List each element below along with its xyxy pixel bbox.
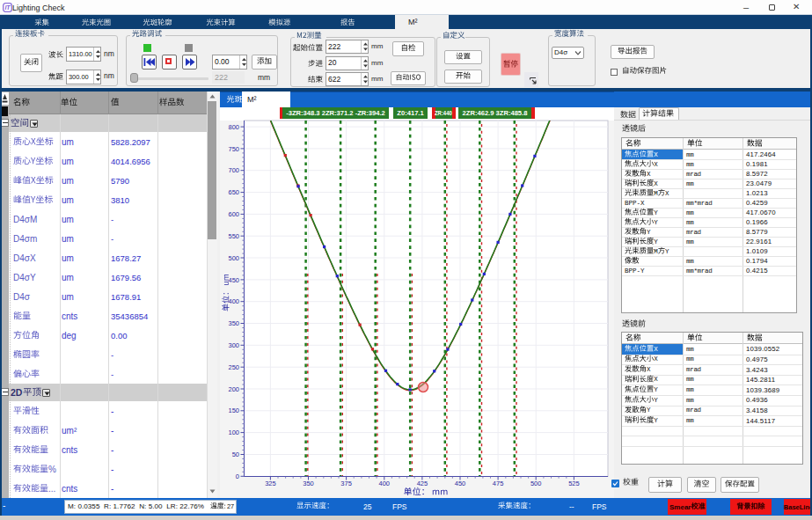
svg-text:300: 300 — [228, 341, 239, 349]
svg-text:500: 500 — [530, 480, 542, 487]
svg-text:350: 350 — [303, 480, 314, 487]
svg-text:500: 500 — [228, 254, 239, 262]
svg-text:325: 325 — [265, 480, 276, 487]
svg-text:600: 600 — [228, 210, 239, 218]
svg-text:400: 400 — [228, 297, 239, 305]
svg-text:150: 150 — [228, 406, 239, 414]
svg-text:450: 450 — [455, 480, 466, 487]
svg-text:50: 50 — [232, 450, 239, 458]
svg-text:525: 525 — [568, 480, 580, 487]
svg-text:400: 400 — [379, 480, 391, 487]
svg-text:lT: lT — [4, 4, 11, 11]
svg-text:800: 800 — [228, 123, 239, 131]
svg-text:475: 475 — [493, 480, 504, 487]
svg-text:425: 425 — [417, 480, 428, 487]
svg-text:750: 750 — [228, 145, 239, 153]
svg-text:200: 200 — [228, 385, 239, 393]
svg-text:100: 100 — [228, 428, 239, 436]
svg-text:450: 450 — [228, 276, 239, 284]
svg-text:0: 0 — [236, 472, 239, 480]
svg-text:375: 375 — [340, 480, 352, 487]
svg-text:650: 650 — [228, 188, 239, 196]
svg-text:350: 350 — [228, 319, 239, 327]
svg-text:700: 700 — [228, 166, 239, 174]
svg-text:250: 250 — [228, 363, 239, 371]
svg-text:550: 550 — [228, 232, 239, 240]
